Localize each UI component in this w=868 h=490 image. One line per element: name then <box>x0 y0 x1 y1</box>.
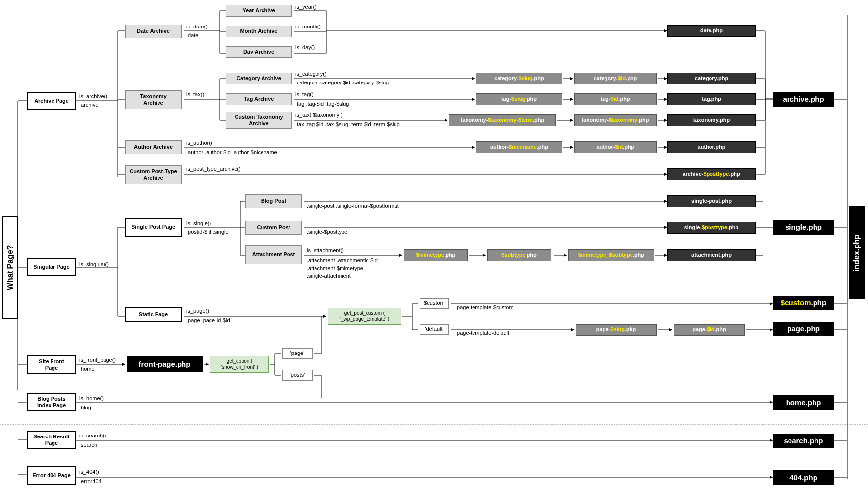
search-page: Search Result Page <box>27 431 76 449</box>
blog-post: Blog Post <box>245 194 302 208</box>
cat-cls: .category .category-$id .category-$slug <box>295 80 389 85</box>
search-cls: .search <box>79 442 97 448</box>
t: $slug <box>511 96 526 102</box>
custom-tax-archive: Custom Taxonomy Archive <box>226 112 292 129</box>
opt-page: 'page' <box>282 348 313 359</box>
month-fn: is_month() <box>295 24 321 29</box>
t: $subtype <box>501 252 525 258</box>
single-custom-php: single-$posttype.php <box>667 222 756 234</box>
ctax-id-php: taxonomy-$taxonomy.php <box>574 114 657 126</box>
error-cls: .error404 <box>79 478 102 484</box>
cat-id-php: category-$id.php <box>574 73 657 84</box>
page-slug-php: page-$slug.php <box>576 324 657 336</box>
t: .php <box>633 252 644 258</box>
date-cls: .date <box>186 32 198 38</box>
t: .php <box>811 299 827 307</box>
cpt-archive: Custom Post-Type Archive <box>125 165 182 184</box>
single-post-page: Single Post Page <box>125 218 182 237</box>
t: $slug <box>610 327 625 333</box>
t: $posttype <box>702 224 727 231</box>
t: category- <box>594 75 618 82</box>
t: $nicename <box>509 144 537 150</box>
taxonomy-archive: Taxonomy Archive <box>125 90 182 109</box>
t: .php <box>533 75 544 82</box>
cat-slug-php: category-$slug.php <box>476 73 562 84</box>
category-php: category.php <box>667 73 756 84</box>
custom-post: Custom Post <box>245 221 302 235</box>
index-php: index.php <box>849 206 865 299</box>
static-cls: .page .page-id-$id <box>186 317 230 323</box>
t: .php <box>625 327 636 333</box>
author-slug-php: author-$nicename.php <box>476 141 562 153</box>
date-php: date.php <box>667 25 756 37</box>
t: $id <box>611 96 619 102</box>
archive-cls: .archive <box>79 102 99 108</box>
ctax-fn: is_tax( $taxonomy ) <box>295 112 342 118</box>
static-page: Static Page <box>125 307 182 322</box>
opt-custom: $custom <box>420 298 449 309</box>
subtype-php: $subtype.php <box>487 249 551 261</box>
cpt-php: archive-$posttype.php <box>667 168 756 180</box>
t: taxonomy- <box>582 117 609 123</box>
page-id-php: page-$id.php <box>674 324 745 336</box>
attach-fn: is_attachment() <box>307 247 344 253</box>
static-fn: is_page() <box>186 308 209 314</box>
t: $mimetype_$subtype <box>578 252 633 258</box>
t: .php <box>729 171 740 177</box>
page-php: page.php <box>773 322 834 336</box>
custom-cls: .single-$posttype <box>307 229 347 235</box>
t: .php <box>715 327 726 333</box>
category-archive: Category Archive <box>226 73 292 84</box>
home-php: home.php <box>773 395 834 410</box>
t: .php <box>727 224 738 231</box>
t: author- <box>596 144 615 150</box>
tag-cls: .tag .tag-$id .tag-$slug <box>295 101 349 107</box>
blog-cls: .single-post .single-format-$postformat <box>307 203 399 209</box>
archive-fn: is_archive() <box>79 93 107 99</box>
get-option: get_option ( 'show_on_front' ) <box>210 356 269 373</box>
t: $id <box>618 75 626 82</box>
front-fn: is_front_page() <box>79 357 116 363</box>
t: .php <box>444 252 455 258</box>
t: $mimetype <box>416 252 444 258</box>
attach-cls1: .attachment .attachmentid-$id <box>307 257 378 263</box>
t: $taxonomy <box>609 117 637 123</box>
t: $id <box>615 144 623 150</box>
attachment-post: Attachment Post <box>245 245 302 264</box>
single-cls: .postid-$id .single <box>186 229 229 235</box>
opt-default-cls: .page-template-default <box>455 330 509 336</box>
t: archive- <box>683 171 703 177</box>
tag-archive: Tag Archive <box>226 93 292 105</box>
day-fn: is_day() <box>295 44 315 50</box>
what-page: What Page? <box>2 216 18 319</box>
t: .php <box>537 144 548 150</box>
t: author- <box>490 144 509 150</box>
search-php: search.php <box>773 434 834 448</box>
archive-php: archive.php <box>773 92 834 107</box>
month-archive: Month Archive <box>226 26 292 37</box>
single-php: single.php <box>773 220 834 235</box>
t: $taxonomy-$term <box>488 117 533 123</box>
single-post-php: single-post.php <box>667 195 756 207</box>
custom-php: $custom.php <box>773 296 834 310</box>
year-fn: is_year() <box>295 4 316 10</box>
blog-fn: is_home() <box>79 395 104 401</box>
t: category- <box>494 75 519 82</box>
ctax-cls: .tax .tag-$id .tax-$slug .term-$id .term… <box>295 121 400 127</box>
t: $slug <box>519 75 533 82</box>
author-cls: .author .author-$id .author-$nicename <box>186 149 277 155</box>
author-archive: Author Archive <box>125 140 182 154</box>
t: .php <box>526 252 537 258</box>
t: $id <box>707 327 715 333</box>
t: .php <box>626 75 637 82</box>
single-fn: is_single() <box>186 220 211 226</box>
t: page- <box>596 327 610 333</box>
tag-id-php: tag-$id.php <box>574 93 657 105</box>
t: tag- <box>601 96 610 102</box>
t: .php <box>533 117 544 123</box>
opt-posts: 'posts' <box>282 370 313 381</box>
t: .php <box>623 144 634 150</box>
blog-index-page: Blog Posts Index Page <box>27 393 76 411</box>
ctax-slug-php: taxonomy-$taxonomy-$term.php <box>449 114 556 126</box>
year-archive: Year Archive <box>226 5 292 17</box>
